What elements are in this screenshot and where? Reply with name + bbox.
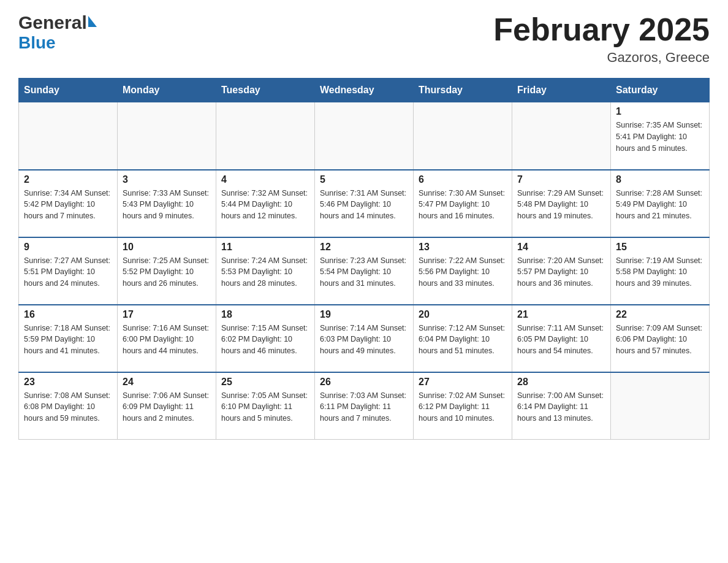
day-info: Sunrise: 7:05 AM Sunset: 6:10 PM Dayligh…	[221, 390, 309, 424]
table-row: 19Sunrise: 7:14 AM Sunset: 6:03 PM Dayli…	[315, 305, 414, 372]
calendar-table: Sunday Monday Tuesday Wednesday Thursday…	[18, 78, 710, 440]
day-number: 19	[320, 309, 408, 320]
table-row: 21Sunrise: 7:11 AM Sunset: 6:05 PM Dayli…	[512, 305, 611, 372]
day-info: Sunrise: 7:33 AM Sunset: 5:43 PM Dayligh…	[123, 188, 211, 222]
day-info: Sunrise: 7:22 AM Sunset: 5:56 PM Dayligh…	[419, 255, 507, 289]
day-number: 3	[123, 174, 211, 185]
day-info: Sunrise: 7:24 AM Sunset: 5:53 PM Dayligh…	[221, 255, 309, 289]
day-info: Sunrise: 7:09 AM Sunset: 6:06 PM Dayligh…	[616, 323, 704, 357]
table-row: 10Sunrise: 7:25 AM Sunset: 5:52 PM Dayli…	[118, 237, 216, 305]
day-info: Sunrise: 7:16 AM Sunset: 6:00 PM Dayligh…	[123, 323, 211, 357]
location-text: Gazoros, Greece	[493, 50, 710, 66]
calendar-week-row: 2Sunrise: 7:34 AM Sunset: 5:42 PM Daylig…	[19, 170, 710, 237]
table-row: 18Sunrise: 7:15 AM Sunset: 6:02 PM Dayli…	[216, 305, 315, 372]
table-row: 27Sunrise: 7:02 AM Sunset: 6:12 PM Dayli…	[414, 372, 512, 440]
day-number: 28	[517, 377, 605, 388]
table-row	[611, 372, 710, 440]
day-number: 22	[616, 309, 704, 320]
table-row	[216, 102, 315, 170]
day-number: 21	[517, 309, 605, 320]
header-saturday: Saturday	[611, 79, 710, 102]
header-sunday: Sunday	[19, 79, 118, 102]
day-info: Sunrise: 7:00 AM Sunset: 6:14 PM Dayligh…	[517, 390, 605, 424]
day-number: 13	[419, 242, 507, 253]
table-row: 7Sunrise: 7:29 AM Sunset: 5:48 PM Daylig…	[512, 170, 611, 237]
logo-top-line: General	[18, 12, 97, 33]
day-number: 24	[123, 377, 211, 388]
table-row: 14Sunrise: 7:20 AM Sunset: 5:57 PM Dayli…	[512, 237, 611, 305]
table-row	[315, 102, 414, 170]
header-wednesday: Wednesday	[315, 79, 414, 102]
table-row: 4Sunrise: 7:32 AM Sunset: 5:44 PM Daylig…	[216, 170, 315, 237]
logo-general-text: General	[18, 12, 87, 33]
calendar-header-row: Sunday Monday Tuesday Wednesday Thursday…	[19, 79, 710, 102]
header-thursday: Thursday	[414, 79, 512, 102]
day-info: Sunrise: 7:34 AM Sunset: 5:42 PM Dayligh…	[24, 188, 112, 222]
day-info: Sunrise: 7:23 AM Sunset: 5:54 PM Dayligh…	[320, 255, 408, 289]
table-row: 26Sunrise: 7:03 AM Sunset: 6:11 PM Dayli…	[315, 372, 414, 440]
table-row: 15Sunrise: 7:19 AM Sunset: 5:58 PM Dayli…	[611, 237, 710, 305]
day-number: 12	[320, 242, 408, 253]
day-info: Sunrise: 7:20 AM Sunset: 5:57 PM Dayligh…	[517, 255, 605, 289]
title-section: February 2025 Gazoros, Greece	[493, 12, 710, 66]
day-info: Sunrise: 7:30 AM Sunset: 5:47 PM Dayligh…	[419, 188, 507, 222]
table-row: 9Sunrise: 7:27 AM Sunset: 5:51 PM Daylig…	[19, 237, 118, 305]
calendar-week-row: 1Sunrise: 7:35 AM Sunset: 5:41 PM Daylig…	[19, 102, 710, 170]
day-info: Sunrise: 7:06 AM Sunset: 6:09 PM Dayligh…	[123, 390, 211, 424]
day-number: 6	[419, 174, 507, 185]
day-info: Sunrise: 7:14 AM Sunset: 6:03 PM Dayligh…	[320, 323, 408, 357]
logo-blue-text: Blue	[18, 33, 56, 52]
day-info: Sunrise: 7:18 AM Sunset: 5:59 PM Dayligh…	[24, 323, 112, 357]
table-row: 24Sunrise: 7:06 AM Sunset: 6:09 PM Dayli…	[118, 372, 216, 440]
day-number: 8	[616, 174, 704, 185]
table-row	[414, 102, 512, 170]
table-row	[118, 102, 216, 170]
day-number: 4	[221, 174, 309, 185]
table-row: 2Sunrise: 7:34 AM Sunset: 5:42 PM Daylig…	[19, 170, 118, 237]
day-info: Sunrise: 7:08 AM Sunset: 6:08 PM Dayligh…	[24, 390, 112, 424]
day-number: 20	[419, 309, 507, 320]
day-info: Sunrise: 7:19 AM Sunset: 5:58 PM Dayligh…	[616, 255, 704, 289]
day-number: 16	[24, 309, 112, 320]
table-row: 16Sunrise: 7:18 AM Sunset: 5:59 PM Dayli…	[19, 305, 118, 372]
table-row: 13Sunrise: 7:22 AM Sunset: 5:56 PM Dayli…	[414, 237, 512, 305]
day-info: Sunrise: 7:28 AM Sunset: 5:49 PM Dayligh…	[616, 188, 704, 222]
logo-bottom-line: Blue	[18, 33, 97, 53]
table-row: 28Sunrise: 7:00 AM Sunset: 6:14 PM Dayli…	[512, 372, 611, 440]
day-number: 9	[24, 242, 112, 253]
day-number: 23	[24, 377, 112, 388]
logo-arrow-icon	[88, 16, 97, 27]
day-info: Sunrise: 7:12 AM Sunset: 6:04 PM Dayligh…	[419, 323, 507, 357]
day-number: 14	[517, 242, 605, 253]
day-info: Sunrise: 7:02 AM Sunset: 6:12 PM Dayligh…	[419, 390, 507, 424]
calendar-week-row: 16Sunrise: 7:18 AM Sunset: 5:59 PM Dayli…	[19, 305, 710, 372]
day-number: 11	[221, 242, 309, 253]
day-info: Sunrise: 7:31 AM Sunset: 5:46 PM Dayligh…	[320, 188, 408, 222]
day-info: Sunrise: 7:29 AM Sunset: 5:48 PM Dayligh…	[517, 188, 605, 222]
day-number: 25	[221, 377, 309, 388]
day-number: 5	[320, 174, 408, 185]
day-info: Sunrise: 7:27 AM Sunset: 5:51 PM Dayligh…	[24, 255, 112, 289]
table-row: 25Sunrise: 7:05 AM Sunset: 6:10 PM Dayli…	[216, 372, 315, 440]
table-row: 17Sunrise: 7:16 AM Sunset: 6:00 PM Dayli…	[118, 305, 216, 372]
day-info: Sunrise: 7:03 AM Sunset: 6:11 PM Dayligh…	[320, 390, 408, 424]
month-title: February 2025	[493, 12, 710, 47]
table-row: 11Sunrise: 7:24 AM Sunset: 5:53 PM Dayli…	[216, 237, 315, 305]
day-number: 1	[616, 106, 704, 117]
table-row: 12Sunrise: 7:23 AM Sunset: 5:54 PM Dayli…	[315, 237, 414, 305]
page-header: General Blue February 2025 Gazoros, Gree…	[18, 12, 710, 66]
day-number: 26	[320, 377, 408, 388]
day-info: Sunrise: 7:25 AM Sunset: 5:52 PM Dayligh…	[123, 255, 211, 289]
logo: General Blue	[18, 12, 97, 53]
header-monday: Monday	[118, 79, 216, 102]
table-row	[19, 102, 118, 170]
day-number: 15	[616, 242, 704, 253]
table-row: 6Sunrise: 7:30 AM Sunset: 5:47 PM Daylig…	[414, 170, 512, 237]
table-row: 23Sunrise: 7:08 AM Sunset: 6:08 PM Dayli…	[19, 372, 118, 440]
table-row: 8Sunrise: 7:28 AM Sunset: 5:49 PM Daylig…	[611, 170, 710, 237]
day-info: Sunrise: 7:35 AM Sunset: 5:41 PM Dayligh…	[616, 120, 704, 154]
day-number: 10	[123, 242, 211, 253]
table-row: 5Sunrise: 7:31 AM Sunset: 5:46 PM Daylig…	[315, 170, 414, 237]
day-number: 7	[517, 174, 605, 185]
header-tuesday: Tuesday	[216, 79, 315, 102]
